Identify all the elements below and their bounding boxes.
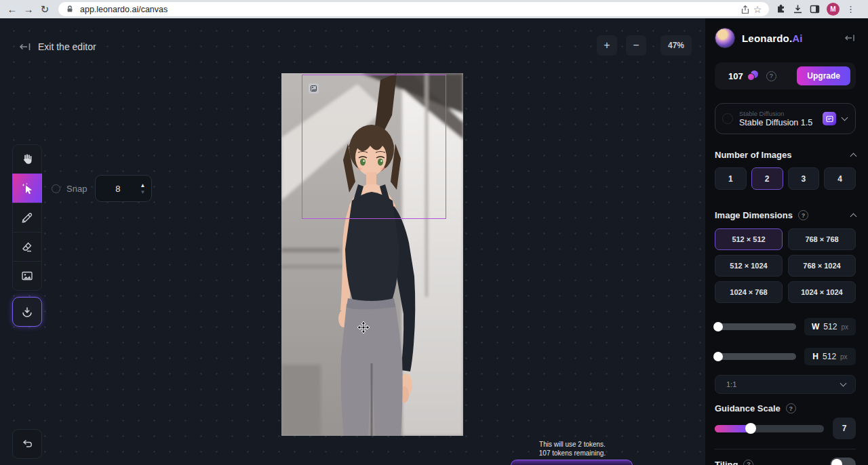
sidebar-divider (715, 449, 856, 449)
aspect-ratio-value: 1:1 (726, 380, 841, 388)
exit-editor-button[interactable]: Exit the editor (19, 41, 96, 52)
dim-option-768x1024[interactable]: 768 × 1024 (788, 255, 856, 277)
num-images-option-3[interactable]: 3 (788, 167, 820, 190)
brand-title-main: Leonardo. (742, 33, 792, 44)
zoom-out-button[interactable]: − (626, 35, 646, 56)
height-slider-thumb[interactable] (713, 352, 723, 361)
selection-image-badge-icon (309, 83, 319, 94)
dim-option-1024x768[interactable]: 1024 × 768 (715, 281, 783, 303)
collapse-sidebar-icon[interactable] (844, 33, 856, 43)
bookmark-star-icon[interactable]: ☆ (751, 3, 764, 16)
num-images-option-1[interactable]: 1 (715, 167, 747, 190)
image-tool[interactable] (12, 261, 42, 291)
width-label: W (812, 322, 819, 331)
number-of-images-heading: Number of Images (715, 150, 856, 160)
zoom-controls: + − 47% (597, 35, 692, 56)
height-slider[interactable] (715, 353, 796, 360)
token-note-line1: This will use 2 tokens. (518, 440, 627, 449)
model-chevron-down-icon (842, 115, 848, 121)
tool-palette (12, 144, 42, 291)
side-panel-icon[interactable] (810, 4, 820, 14)
zoom-level-display[interactable]: 47% (660, 35, 692, 56)
coins-icon (747, 70, 760, 81)
guidance-value[interactable]: 7 (833, 418, 856, 439)
undo-button[interactable] (12, 429, 42, 459)
dimensions-collapse-icon[interactable] (850, 214, 857, 220)
back-button[interactable]: ← (4, 1, 20, 18)
width-slider[interactable] (715, 323, 796, 330)
height-slider-row: H 512 px (715, 348, 856, 365)
upgrade-button[interactable]: Upgrade (797, 66, 850, 85)
brand-title: Leonardo.Ai (742, 33, 803, 44)
height-value-box[interactable]: H 512 px (804, 348, 856, 365)
token-balance-box: 107 ? Upgrade (715, 62, 856, 89)
width-slider-row: W 512 px (715, 318, 856, 336)
aspect-ratio-chevron-icon (840, 380, 847, 387)
width-value-box[interactable]: W 512 px (804, 318, 856, 336)
image-dimensions-label: Image Dimensions (715, 210, 793, 220)
sidebar-header: Leonardo.Ai (715, 27, 856, 49)
generate-button-edge[interactable] (511, 460, 633, 465)
model-selector-label: Stable Diffusion (739, 110, 823, 117)
guidance-help-icon[interactable]: ? (786, 403, 796, 413)
width-slider-thumb[interactable] (713, 322, 723, 331)
dim-option-1024x1024[interactable]: 1024 × 1024 (788, 281, 856, 303)
snap-decrement-icon[interactable]: ▼ (140, 190, 145, 195)
url-text: app.leonardo.ai/canvas (80, 5, 739, 14)
num-images-option-2[interactable]: 2 (751, 167, 783, 190)
snap-increment-icon[interactable]: ▲ (140, 183, 145, 188)
select-tool[interactable] (12, 174, 42, 203)
url-bar[interactable]: app.leonardo.ai/canvas ☆ (58, 2, 769, 16)
move-cursor (357, 321, 370, 334)
dim-option-512x1024[interactable]: 512 × 1024 (715, 255, 783, 277)
share-icon[interactable] (739, 3, 751, 16)
canvas-workspace[interactable]: Exit the editor + − 47% Snap 8 (0, 18, 868, 465)
profile-avatar[interactable]: M (827, 3, 840, 16)
dimensions-help-icon[interactable]: ? (798, 210, 808, 220)
model-placeholder-icon (722, 113, 733, 124)
tiling-label: Tiling (715, 460, 738, 465)
extensions-icon[interactable] (776, 4, 786, 14)
tiling-toggle-knob (831, 459, 842, 465)
downloads-icon[interactable] (793, 4, 803, 14)
guidance-scale-heading: Guidance Scale ? (715, 403, 856, 413)
lock-icon (64, 3, 76, 16)
zoom-in-button[interactable]: + (597, 35, 617, 56)
reload-button[interactable]: ↻ (37, 1, 53, 18)
snap-label: Snap (66, 184, 87, 194)
height-label: H (812, 352, 818, 361)
eraser-tool[interactable] (12, 232, 42, 262)
exit-editor-label: Exit the editor (38, 41, 96, 52)
guidance-slider[interactable] (715, 425, 824, 432)
aspect-ratio-dropdown[interactable]: 1:1 (715, 375, 856, 394)
tiling-row: Tiling ? (715, 456, 856, 465)
dim-option-768x768[interactable]: 768 × 768 (788, 228, 856, 250)
num-images-option-4[interactable]: 4 (824, 167, 856, 190)
height-value: 512 (823, 352, 836, 361)
width-unit: px (841, 323, 848, 331)
paint-tool[interactable] (12, 203, 42, 232)
chrome-menu-icon[interactable]: ⋮ (846, 4, 855, 14)
token-count: 107 (728, 71, 743, 81)
download-tool[interactable] (12, 297, 42, 327)
snap-value-input[interactable]: 8 ▲ ▼ (95, 175, 152, 202)
number-of-images-options: 1 2 3 4 (715, 167, 856, 190)
dimension-options: 512 × 512 768 × 768 512 × 1024 768 × 102… (715, 228, 856, 303)
tiling-toggle[interactable] (830, 458, 856, 465)
model-selector[interactable]: Stable Diffusion Stable Diffusion 1.5 (715, 103, 856, 134)
number-of-images-collapse-icon[interactable] (850, 153, 857, 160)
token-usage-note: This will use 2 tokens. 107 tokens remai… (518, 440, 627, 458)
snap-value[interactable]: 8 (96, 184, 140, 194)
tokens-help-icon[interactable]: ? (766, 71, 776, 81)
browser-chrome: ← → ↻ app.leonardo.ai/canvas ☆ M ⋮ (0, 0, 868, 18)
selection-box[interactable] (302, 75, 446, 219)
dim-option-512x512[interactable]: 512 × 512 (715, 228, 783, 250)
snap-toggle-icon[interactable] (52, 184, 60, 193)
guidance-slider-row: 7 (715, 418, 856, 439)
number-of-images-label: Number of Images (715, 150, 791, 160)
guidance-slider-thumb[interactable] (745, 423, 756, 434)
tiling-help-icon[interactable]: ? (743, 460, 753, 465)
forward-button[interactable]: → (20, 1, 37, 18)
pan-hand-tool[interactable] (12, 144, 42, 174)
generation-sidebar: Leonardo.Ai 107 ? Upgrade Stable Diffusi… (705, 18, 868, 465)
